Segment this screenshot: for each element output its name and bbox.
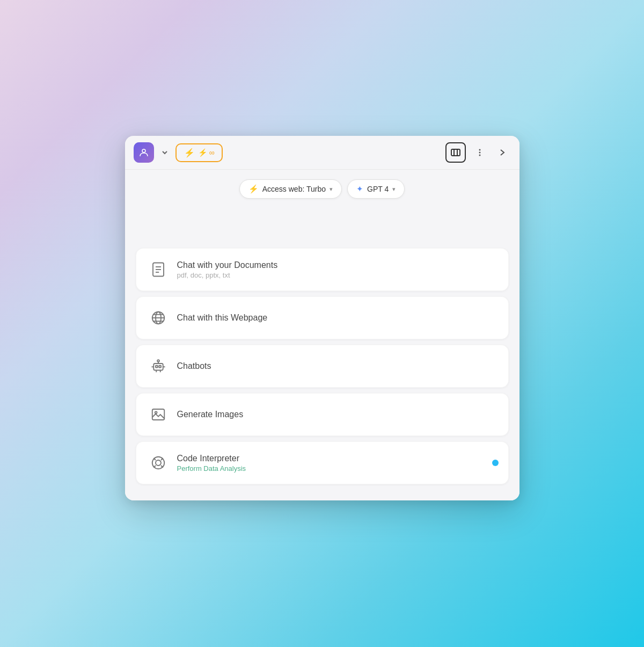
gpt-chevron-icon: ▾ xyxy=(392,186,396,193)
svg-rect-1 xyxy=(451,149,460,156)
avatar-chevron-button[interactable] xyxy=(157,145,172,160)
code-interpreter-icon xyxy=(148,453,169,473)
gpt-label: GPT 4 xyxy=(367,185,389,193)
code-card-title: Code Interpreter xyxy=(177,454,246,463)
forward-button[interactable] xyxy=(494,144,511,161)
toolbar: ⚡ ⚡ ∞ xyxy=(125,136,519,170)
sparkle-icon: ✦ xyxy=(356,184,363,194)
toolbar-right xyxy=(445,142,511,163)
svg-point-24 xyxy=(155,411,157,413)
svg-rect-15 xyxy=(156,366,158,368)
feature-card-webpage[interactable]: Chat with this Webpage xyxy=(136,296,509,339)
feature-cards-list: Chat with your Documents pdf, doc, pptx,… xyxy=(136,248,509,484)
turbo-infinity-label: ⚡ ∞ xyxy=(198,148,215,157)
images-card-title: Generate Images xyxy=(177,410,244,419)
svg-point-0 xyxy=(142,149,145,152)
main-window: ⚡ ⚡ ∞ xyxy=(125,136,519,500)
main-content: Chat with your Documents pdf, doc, pptx,… xyxy=(125,205,519,500)
chatbots-card-text: Chatbots xyxy=(177,361,211,371)
svg-point-2 xyxy=(479,149,480,151)
webpage-card-title: Chat with this Webpage xyxy=(177,313,268,323)
svg-point-26 xyxy=(156,460,161,466)
web-lightning-icon: ⚡ xyxy=(248,184,259,194)
webpage-card-text: Chat with this Webpage xyxy=(177,313,268,323)
document-icon xyxy=(148,259,169,280)
feature-card-code[interactable]: Code Interpreter Perform Data Analysis xyxy=(136,441,509,484)
document-card-subtitle: pdf, doc, pptx, txt xyxy=(177,271,278,279)
avatar-button[interactable] xyxy=(134,142,154,163)
turbo-button[interactable]: ⚡ ⚡ ∞ xyxy=(175,143,223,162)
globe-icon xyxy=(148,308,169,328)
web-chevron-icon: ▾ xyxy=(330,186,333,193)
image-icon xyxy=(148,404,169,425)
svg-point-4 xyxy=(479,155,480,156)
toolbar-left: ⚡ ⚡ ∞ xyxy=(134,142,223,163)
chatbots-card-title: Chatbots xyxy=(177,361,211,371)
svg-rect-14 xyxy=(153,364,163,370)
svg-rect-23 xyxy=(152,409,164,420)
feature-card-documents[interactable]: Chat with your Documents pdf, doc, pptx,… xyxy=(136,248,509,291)
web-access-selector[interactable]: ⚡ Access web: Turbo ▾ xyxy=(239,179,342,199)
robot-icon xyxy=(148,356,169,376)
lightning-icon: ⚡ xyxy=(184,148,195,158)
document-card-title: Chat with your Documents xyxy=(177,260,278,270)
svg-rect-16 xyxy=(159,366,161,368)
code-card-subtitle: Perform Data Analysis xyxy=(177,464,246,472)
images-card-text: Generate Images xyxy=(177,410,244,419)
gpt-model-selector[interactable]: ✦ GPT 4 ▾ xyxy=(347,179,405,199)
screen-button[interactable] xyxy=(445,142,466,163)
web-access-label: Access web: Turbo xyxy=(262,185,326,193)
feature-card-chatbots[interactable]: Chatbots xyxy=(136,345,509,388)
code-card-text: Code Interpreter Perform Data Analysis xyxy=(177,454,246,472)
svg-point-18 xyxy=(157,360,159,362)
blue-dot-indicator xyxy=(492,460,499,466)
more-button[interactable] xyxy=(471,144,488,161)
svg-point-3 xyxy=(479,152,480,154)
feature-card-images[interactable]: Generate Images xyxy=(136,393,509,436)
document-card-text: Chat with your Documents pdf, doc, pptx,… xyxy=(177,260,278,279)
model-selector-row: ⚡ Access web: Turbo ▾ ✦ GPT 4 ▾ xyxy=(125,170,519,205)
